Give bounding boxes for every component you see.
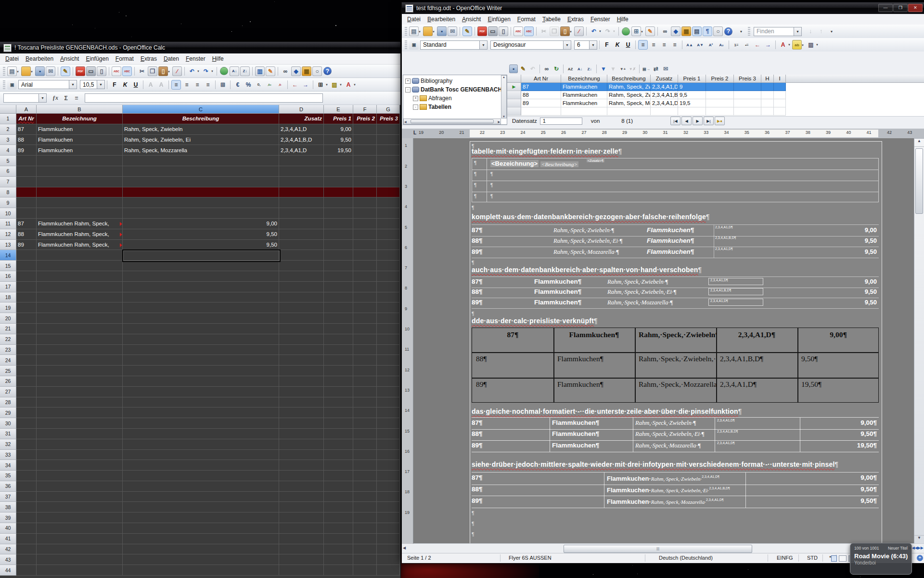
edit-file-icon[interactable]: ✎	[462, 26, 472, 36]
function-wizard-icon[interactable]: ƒx	[51, 93, 60, 103]
cell-A30[interactable]	[16, 418, 37, 429]
collapse-icon[interactable]: -	[413, 105, 418, 110]
cell-C42[interactable]	[123, 544, 279, 555]
dropdown-arrow-icon[interactable]: ▼	[589, 41, 597, 49]
column-header-B[interactable]: B	[37, 105, 123, 114]
menu-fenster[interactable]: Fenster	[587, 14, 614, 24]
cell-E32[interactable]	[324, 439, 353, 450]
row-header-7[interactable]: 7	[0, 177, 16, 187]
cell-D19[interactable]	[279, 302, 324, 313]
row-header-39[interactable]: 39	[0, 512, 16, 523]
insert-chart-icon[interactable]: ▥	[255, 66, 265, 76]
align-center-icon[interactable]: ≡	[182, 80, 192, 90]
cell-A18[interactable]	[16, 292, 37, 303]
help-icon[interactable]: ?	[724, 27, 732, 36]
scroll-up-icon[interactable]: ▲	[914, 139, 924, 147]
cell-B5[interactable]	[37, 156, 123, 166]
cell-F15[interactable]	[353, 261, 377, 271]
row-header-37[interactable]: 37	[0, 492, 16, 502]
dropdown-arrow-icon[interactable]: ▼	[38, 94, 46, 102]
cell-F43[interactable]	[353, 554, 377, 565]
cell-B23[interactable]	[37, 345, 123, 355]
cell-C12[interactable]: 9,50	[123, 229, 279, 240]
cell-C25[interactable]	[123, 366, 279, 376]
cell-B16[interactable]	[37, 271, 123, 282]
cell-B2[interactable]: Flammkuchen	[37, 124, 123, 135]
cell-F24[interactable]	[353, 355, 377, 366]
cell-B33[interactable]	[37, 450, 123, 460]
find-record-icon[interactable]: ∞	[542, 65, 551, 73]
highlighting-icon[interactable]: ab▼	[792, 40, 802, 50]
navigator-icon[interactable]: ◆	[291, 66, 301, 76]
cell-E13[interactable]	[324, 240, 353, 250]
find-previous-icon[interactable]: ↑	[816, 26, 826, 36]
grid-column-header-preis-1[interactable]: Preis 1	[678, 75, 706, 83]
cell-F7[interactable]	[353, 177, 377, 187]
grid-cell[interactable]: Rahm, Speck, Mo	[607, 99, 651, 107]
cell-E38[interactable]	[324, 502, 353, 512]
number-standard-icon[interactable]: 0,	[254, 80, 264, 90]
dropdown-arrow-icon[interactable]: ▼	[569, 30, 572, 33]
cell-E5[interactable]	[324, 156, 353, 166]
cell-A29[interactable]	[16, 407, 37, 418]
cell-G2[interactable]	[377, 124, 400, 135]
grid-column-header-preis-2[interactable]: Preis 2	[706, 75, 734, 83]
cell-D34[interactable]	[279, 460, 324, 471]
cell-C35[interactable]	[123, 471, 279, 481]
cell-E39[interactable]	[324, 512, 353, 523]
vertical-scrollbar[interactable]: ▲ ▼	[914, 138, 924, 544]
cell-D15[interactable]	[279, 261, 324, 271]
cell-C41[interactable]	[123, 534, 279, 544]
cell-B42[interactable]	[37, 544, 123, 555]
cell-F44[interactable]	[353, 565, 377, 576]
cell-A28[interactable]	[16, 397, 37, 408]
cell-G19[interactable]	[377, 302, 400, 313]
row-header-42[interactable]: 42	[0, 544, 16, 555]
cell-C16[interactable]	[123, 271, 279, 282]
cell-D29[interactable]	[279, 407, 324, 418]
cell-G32[interactable]	[377, 439, 400, 450]
cell-A13[interactable]: 89	[16, 240, 37, 250]
cell-G26[interactable]	[377, 376, 400, 387]
column-header-C[interactable]: C	[123, 105, 279, 114]
cell-A15[interactable]	[16, 261, 37, 271]
add-decimal-icon[interactable]: ,0+	[265, 80, 274, 90]
grid-cell[interactable]	[521, 107, 561, 116]
cell-B3[interactable]: Flammkuchen	[37, 135, 123, 145]
cell-C5[interactable]	[123, 156, 279, 166]
row-header-22[interactable]: 22	[0, 334, 16, 345]
align-justify-icon[interactable]: ≡	[670, 40, 680, 50]
cell-D20[interactable]	[279, 313, 324, 324]
cell-G14[interactable]	[377, 250, 400, 261]
cell-F3[interactable]	[353, 135, 377, 145]
status-page[interactable]: Seite 1 / 2	[407, 555, 431, 561]
cell-G1[interactable]: Preis 3	[377, 114, 400, 124]
cell-F28[interactable]	[353, 397, 377, 408]
row-header-13[interactable]: 13	[0, 240, 16, 250]
menu-tabelle[interactable]: Tabelle	[539, 14, 564, 24]
cell-E17[interactable]	[324, 282, 353, 292]
cell-C24[interactable]	[123, 355, 279, 366]
paste-icon[interactable]: ▯▼	[158, 66, 168, 76]
cell-F34[interactable]	[353, 460, 377, 471]
cell-B19[interactable]	[37, 302, 123, 313]
dropdown-arrow-icon[interactable]: ▼	[325, 83, 328, 86]
cell-C18[interactable]	[123, 292, 279, 303]
cell-B17[interactable]	[37, 282, 123, 292]
cell-E27[interactable]	[324, 387, 353, 397]
font-increase-icon[interactable]: A	[146, 80, 155, 90]
dropdown-arrow-icon[interactable]: ▼	[788, 43, 791, 46]
grid-cell[interactable]	[774, 107, 786, 116]
cell-E9[interactable]	[324, 197, 353, 208]
cell-G39[interactable]	[377, 512, 400, 523]
cell-G21[interactable]	[377, 324, 400, 334]
grid-cell[interactable]: Flammkuchen	[561, 83, 607, 91]
row-header-1[interactable]: 1	[0, 114, 16, 124]
cell-F12[interactable]	[353, 229, 377, 240]
cell-G20[interactable]	[377, 313, 400, 324]
styles-icon[interactable]: ▣	[409, 40, 419, 50]
cell-C28[interactable]	[123, 397, 279, 408]
grid-cell[interactable]	[706, 107, 734, 116]
cell-A8[interactable]	[16, 187, 37, 198]
select-all-corner[interactable]	[0, 105, 16, 114]
